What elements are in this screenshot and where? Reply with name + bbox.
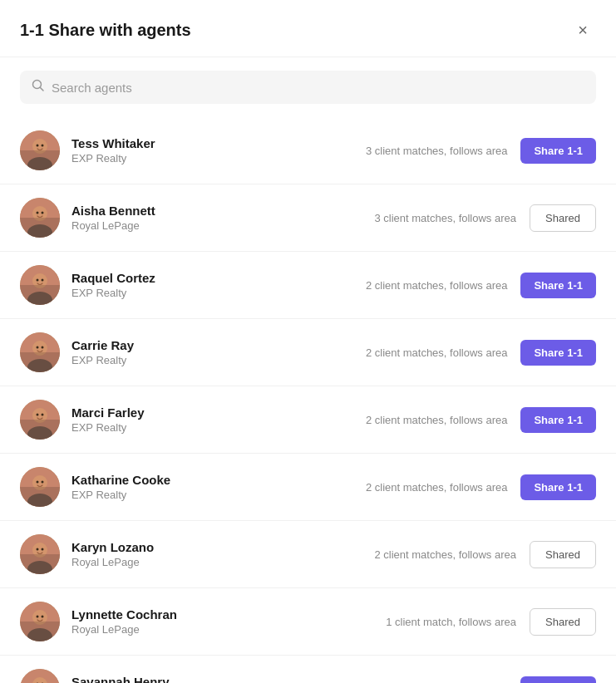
- svg-point-21: [42, 346, 44, 349]
- share-modal: 1-1 Share with agents × Tess WhitakerEXP…: [0, 0, 616, 683]
- svg-point-18: [32, 341, 47, 356]
- svg-point-13: [32, 273, 47, 288]
- shared-button[interactable]: Shared: [530, 541, 596, 568]
- svg-point-9: [27, 224, 52, 238]
- agent-meta: 2 client matches, follows area: [349, 414, 507, 426]
- svg-point-17: [20, 332, 60, 372]
- agent-meta: 3 client matches, follows area: [358, 212, 516, 224]
- svg-point-2: [20, 130, 60, 170]
- agent-name: Savannah Henry: [71, 675, 349, 683]
- share-button[interactable]: Share 1-1: [520, 340, 596, 366]
- agent-row: Carrie RayEXP Realty2 client matches, fo…: [0, 319, 616, 386]
- svg-point-35: [37, 548, 39, 551]
- search-icon: [32, 79, 45, 96]
- avatar: [20, 198, 60, 238]
- agent-company: EXP Realty: [71, 354, 349, 366]
- shared-button[interactable]: Shared: [530, 204, 596, 232]
- share-button[interactable]: Share 1-1: [520, 407, 596, 433]
- search-container: [0, 57, 616, 117]
- agent-info: Savannah HenryEXP Realty: [71, 675, 349, 683]
- agent-info: Carrie RayEXP Realty: [71, 338, 349, 366]
- svg-point-20: [37, 346, 39, 349]
- svg-point-3: [32, 139, 47, 154]
- svg-point-36: [42, 548, 44, 551]
- agent-company: EXP Realty: [71, 152, 349, 165]
- agent-list: Tess WhitakerEXP Realty3 client matches,…: [0, 117, 616, 683]
- agent-meta: 2 client matches, follows area: [349, 346, 507, 359]
- avatar: [20, 534, 60, 574]
- svg-point-12: [20, 265, 60, 305]
- svg-line-1: [41, 88, 44, 91]
- svg-point-40: [37, 616, 39, 618]
- avatar: [20, 265, 60, 305]
- svg-point-16: [42, 279, 44, 282]
- svg-point-29: [27, 494, 52, 507]
- agent-info: Marci FarleyEXP Realty: [71, 405, 349, 434]
- svg-point-14: [27, 292, 52, 305]
- agent-company: EXP Realty: [71, 489, 349, 501]
- avatar: [20, 602, 60, 641]
- svg-point-10: [37, 212, 39, 214]
- share-button[interactable]: Share 1-1: [520, 676, 596, 684]
- modal-header: 1-1 Share with agents ×: [0, 0, 616, 57]
- svg-point-39: [27, 628, 52, 641]
- agent-company: Royal LePage: [71, 219, 358, 232]
- agent-name: Tess Whitaker: [71, 136, 349, 150]
- svg-point-5: [37, 145, 39, 147]
- close-button[interactable]: ×: [569, 17, 596, 43]
- svg-point-26: [42, 414, 44, 416]
- svg-point-41: [42, 616, 44, 618]
- agent-meta: 1 client match, follows area: [358, 616, 516, 628]
- agent-row: Karyn LozanoRoyal LePage2 client matches…: [0, 521, 616, 588]
- agent-name: Karyn Lozano: [71, 540, 358, 554]
- agent-info: Raquel CortezEXP Realty: [71, 271, 349, 299]
- svg-point-28: [32, 475, 47, 490]
- agent-info: Katharine CookeEXP Realty: [71, 473, 349, 501]
- svg-point-32: [20, 534, 60, 574]
- agent-info: Aisha BennettRoyal LePage: [71, 204, 358, 232]
- agent-name: Lynnette Cochran: [71, 607, 358, 622]
- agent-row: Marci FarleyEXP Realty2 client matches, …: [0, 386, 616, 454]
- agent-company: EXP Realty: [71, 421, 349, 434]
- svg-point-25: [37, 414, 39, 416]
- svg-point-37: [20, 602, 60, 641]
- avatar: [20, 130, 60, 170]
- svg-point-33: [32, 543, 47, 558]
- svg-point-38: [32, 610, 47, 625]
- svg-point-27: [20, 467, 60, 507]
- svg-point-24: [27, 426, 52, 440]
- share-button[interactable]: Share 1-1: [520, 273, 596, 298]
- agent-row: Savannah HenryEXP RealtyFollows areaShar…: [0, 656, 616, 683]
- share-button[interactable]: Share 1-1: [520, 138, 596, 164]
- svg-point-31: [42, 481, 44, 484]
- svg-point-15: [37, 279, 39, 282]
- agent-name: Katharine Cooke: [71, 473, 349, 487]
- agent-company: Royal LePage: [71, 623, 358, 636]
- agent-info: Lynnette CochranRoyal LePage: [71, 607, 358, 636]
- agent-company: Royal LePage: [71, 556, 358, 568]
- modal-title: 1-1 Share with agents: [20, 21, 191, 40]
- agent-name: Carrie Ray: [71, 338, 349, 352]
- avatar: [20, 400, 60, 440]
- agent-meta: 2 client matches, follows area: [349, 481, 507, 494]
- svg-point-23: [32, 408, 47, 423]
- svg-point-6: [42, 145, 44, 147]
- svg-point-8: [32, 206, 47, 221]
- svg-point-30: [37, 481, 39, 484]
- search-input[interactable]: [52, 81, 584, 95]
- shared-button[interactable]: Shared: [530, 608, 596, 636]
- svg-point-19: [27, 359, 52, 372]
- svg-point-22: [20, 400, 60, 440]
- agent-row: Lynnette CochranRoyal LePage1 client mat…: [0, 588, 616, 656]
- agent-row: Aisha BennettRoyal LePage3 client matche…: [0, 184, 616, 252]
- agent-row: Katharine CookeEXP Realty2 client matche…: [0, 454, 616, 521]
- svg-point-34: [27, 561, 52, 574]
- agent-info: Tess WhitakerEXP Realty: [71, 136, 349, 165]
- svg-point-4: [27, 157, 52, 170]
- agent-name: Raquel Cortez: [71, 271, 349, 285]
- agent-info: Karyn LozanoRoyal LePage: [71, 540, 358, 568]
- agent-name: Aisha Bennett: [71, 204, 358, 218]
- svg-point-7: [20, 198, 60, 238]
- agent-name: Marci Farley: [71, 405, 349, 420]
- share-button[interactable]: Share 1-1: [520, 474, 596, 500]
